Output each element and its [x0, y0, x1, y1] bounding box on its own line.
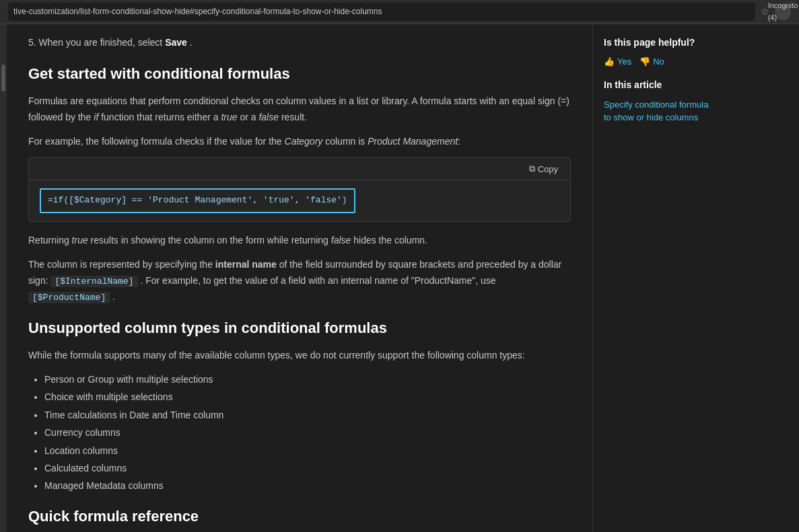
false-italic-intro: false — [258, 112, 279, 122]
internal-name-code: [$InternalName] — [50, 276, 137, 287]
browser-chrome: tive-customization/list-form-conditional… — [0, 0, 799, 24]
yes-label: Yes — [617, 56, 631, 67]
internal-name-start: The column is represented by specifying … — [28, 259, 215, 270]
copy-icon: ⧉ — [529, 163, 535, 174]
internal-name-bold: internal name — [215, 259, 277, 270]
list-item: Person or Group with multiple selections — [44, 372, 571, 387]
returning-start: Returning — [28, 235, 72, 245]
article-link[interactable]: Specify conditional formula to show or h… — [604, 98, 716, 124]
true-italic-intro: true — [221, 112, 237, 122]
list-item: Location columns — [44, 443, 571, 458]
incognito-badge: Incognito (4) — [775, 4, 791, 20]
get-started-heading: Get started with conditional formulas — [28, 62, 571, 85]
list-item: Time calculations in Date and Time colum… — [44, 408, 571, 422]
code-block-header: ⧉ Copy — [29, 158, 570, 180]
scrollbar-thumb — [1, 65, 5, 91]
thumbs-down-icon: 👎 — [639, 56, 650, 67]
category-italic: Category — [285, 136, 323, 147]
internal-name-p: The column is represented by specifying … — [28, 257, 571, 305]
list-item: Calculated columns — [44, 461, 571, 476]
intro1-cont: function that returns either a — [98, 112, 221, 122]
unsupported-intro: While the formula supports many of the a… — [28, 348, 571, 364]
helpful-section: Is this page helpful? 👍 Yes 👎 No In this… — [604, 35, 716, 124]
intro2-end: : — [458, 136, 460, 147]
list-item: Currency columns — [44, 425, 571, 440]
intro1-end: result. — [279, 112, 307, 122]
url-bar[interactable]: tive-customization/list-form-conditional… — [8, 3, 755, 21]
product-name-code: [$ProductName] — [28, 292, 110, 303]
code-block-body: =if([$Category] == 'Product Management',… — [29, 180, 570, 221]
browser-actions: Incognito (4) — [775, 4, 791, 20]
yes-button[interactable]: 👍 Yes — [604, 56, 631, 67]
thumbs-up-icon: 👍 — [604, 56, 615, 67]
internal-name-cont2: . For example, to get the value of a fie… — [140, 275, 495, 286]
returning-cont: results in showing the column on the for… — [88, 235, 331, 245]
step-number: 5. — [28, 37, 39, 48]
returning-end: hides the column. — [351, 235, 427, 245]
list-item: Choice with multiple selections — [44, 389, 571, 404]
unsupported-heading: Unsupported column types in conditional … — [28, 316, 571, 340]
page-layout: 5. When you are finished, select Save . … — [0, 24, 799, 532]
main-content: 5. When you are finished, select Save . … — [7, 24, 592, 532]
returning-p: Returning true results in showing the co… — [28, 233, 571, 249]
in-this-article-title: In this article — [604, 77, 716, 92]
right-sidebar: Is this page helpful? 👍 Yes 👎 No In this… — [592, 24, 727, 532]
incognito-label: Incognito (4) — [768, 0, 798, 24]
copy-button[interactable]: ⧉ Copy — [525, 162, 562, 176]
code-block-container: ⧉ Copy =if([$Category] == 'Product Manag… — [28, 157, 571, 222]
intro2-start: For example, the following formula check… — [28, 136, 285, 147]
true-italic-ret: true — [72, 235, 88, 245]
false-italic-ret: false — [331, 235, 351, 245]
formula-intro-p2: For example, the following formula check… — [28, 134, 571, 150]
vote-buttons: 👍 Yes 👎 No — [604, 56, 716, 67]
no-label: No — [653, 56, 664, 67]
list-item: Managed Metadata columns — [44, 478, 571, 493]
step-period: . — [190, 37, 193, 48]
unsupported-list: Person or Group with multiple selections… — [44, 372, 571, 494]
save-label: Save — [165, 37, 187, 48]
intro2-cont: column is — [322, 136, 368, 147]
product-mgmt-italic: Product Management — [368, 136, 458, 147]
intro1-cont2: or a — [238, 112, 259, 122]
no-button[interactable]: 👎 No — [639, 56, 664, 67]
step-text: 5. When you are finished, select Save . — [28, 35, 571, 51]
step-before-bold: When you are finished, select — [39, 37, 166, 48]
formula-intro-p1: Formulas are equations that perform cond… — [28, 93, 571, 126]
left-scrollbar[interactable] — [0, 24, 7, 532]
helpful-title: Is this page helpful? — [604, 35, 716, 50]
quick-ref-heading: Quick formula reference — [28, 504, 571, 528]
code-formula: =if([$Category] == 'Product Management',… — [40, 188, 355, 213]
copy-label: Copy — [538, 164, 558, 174]
internal-name-end: . — [112, 291, 115, 302]
